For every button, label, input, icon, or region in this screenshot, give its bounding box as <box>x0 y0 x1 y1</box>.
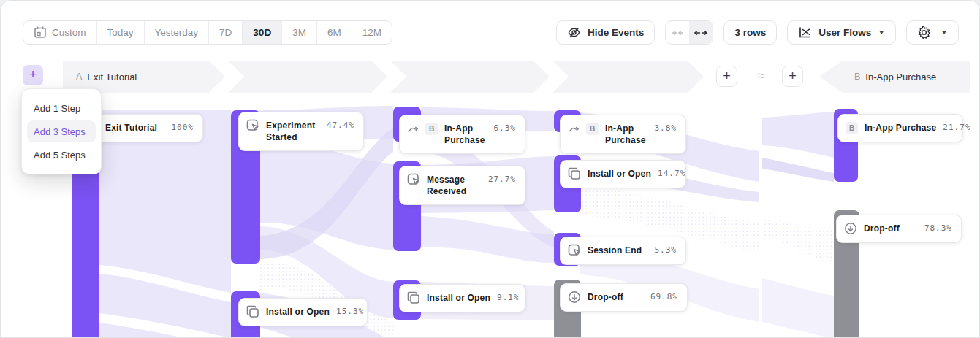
date-range-yesterday[interactable]: Yesterday <box>145 21 210 44</box>
metric-b-badge: B <box>425 123 438 135</box>
metric-b-badge: B <box>846 122 858 134</box>
node-percentage: 5.3% <box>655 245 677 255</box>
add-step-end-button[interactable]: + <box>716 66 737 87</box>
cursor-click-icon <box>568 244 581 257</box>
collapse-arrows-icon <box>671 28 684 37</box>
step-title: Exit Tutorial <box>87 72 137 82</box>
metric-b-badge: B <box>586 123 599 135</box>
gear-icon <box>917 26 931 39</box>
node-label: Experiment Started <box>266 120 320 143</box>
node-percentage: 14.7% <box>658 168 685 178</box>
node-card-install-or-open[interactable]: Install or Open 15.3% <box>238 298 368 326</box>
node-label: In-App Purchase <box>865 122 936 134</box>
node-percentage: 78.3% <box>924 223 952 233</box>
add-step-target-button[interactable]: + <box>782 66 803 87</box>
node-label: In-App Purchase <box>444 123 487 146</box>
node-card-message-received[interactable]: Message Received 27.7% <box>399 166 525 205</box>
drop-off-arrow-icon <box>568 291 581 304</box>
date-range-7d[interactable]: 7D <box>209 21 243 44</box>
expand-arrows-icon <box>694 28 707 37</box>
node-card-install-or-open[interactable]: Install or Open 9.1% <box>399 284 525 312</box>
date-range-3m[interactable]: 3M <box>282 21 317 44</box>
collapse-expand-toggle <box>665 20 713 45</box>
hide-events-button[interactable]: Hide Events <box>556 20 655 45</box>
node-percentage: 69.8% <box>650 291 678 301</box>
step-letter: B <box>854 72 860 82</box>
drop-off-arrow-icon <box>844 222 857 235</box>
node-card-session-end[interactable]: Session End 5.3% <box>560 237 686 265</box>
node-label: Message Received <box>427 174 482 197</box>
view-selector-label: User Flows <box>818 27 871 38</box>
node-card-drop-off[interactable]: Drop-off 69.8% <box>560 283 688 312</box>
node-label: Install or Open <box>427 292 490 304</box>
node-label: In-App Purchase <box>605 123 648 146</box>
date-range-30d-active[interactable]: 30D <box>243 21 282 44</box>
toolbar: Custom Today Yesterday 7D 30D 3M 6M 12M … <box>1 1 979 49</box>
node-percentage: 9.1% <box>497 292 520 302</box>
gap-separator: ≈ <box>751 68 771 84</box>
step-header-in-app-purchase[interactable]: B In-App Purchase <box>819 61 970 93</box>
node-label: Install or Open <box>588 168 651 180</box>
step-header-segment-4[interactable] <box>552 61 704 93</box>
node-card-in-app-purchase-target[interactable]: B In-App Purchase 21.7% <box>837 114 963 142</box>
hide-events-label: Hide Events <box>588 27 644 38</box>
eye-off-icon <box>567 26 581 39</box>
menu-item-add-5-steps[interactable]: Add 5 Steps <box>27 144 96 166</box>
chevron-down-icon: ▼ <box>941 29 948 36</box>
add-step-menu: Add 1 Step Add 3 Steps Add 5 Steps <box>21 88 102 174</box>
copy-windows-icon <box>246 305 259 318</box>
date-range-custom[interactable]: Custom <box>23 21 97 44</box>
node-percentage: 21.7% <box>943 122 970 132</box>
step-title: In-App Purchase <box>865 72 936 82</box>
user-flows-panel: Custom Today Yesterday 7D 30D 3M 6M 12M … <box>0 0 980 338</box>
node-label: Session End <box>588 245 648 256</box>
date-range-6m[interactable]: 6M <box>317 21 352 44</box>
node-percentage: 100% <box>172 122 194 132</box>
chevron-down-icon: ▼ <box>878 29 885 36</box>
jump-arrow-icon <box>568 123 580 135</box>
step-letter: A <box>76 72 82 82</box>
jump-arrow-icon <box>407 123 419 135</box>
node-percentage: 47.4% <box>327 120 354 130</box>
calendar-icon <box>34 26 47 39</box>
date-range-picker: Custom Today Yesterday 7D 30D 3M 6M 12M <box>23 20 392 45</box>
rows-count-button[interactable]: 3 rows <box>723 20 777 45</box>
node-label: Install or Open <box>266 306 330 318</box>
node-percentage: 6.3% <box>494 123 517 133</box>
expand-columns-button[interactable] <box>689 21 713 44</box>
view-selector-dropdown[interactable]: User Flows ▼ <box>787 20 896 45</box>
node-label: Drop-off <box>864 223 918 234</box>
date-range-12m[interactable]: 12M <box>352 21 392 44</box>
collapse-columns-button[interactable] <box>666 21 689 44</box>
step-header-segment-2[interactable] <box>228 61 387 93</box>
menu-item-add-3-steps[interactable]: Add 3 Steps <box>27 120 96 142</box>
node-label: Exit Tutorial <box>105 122 165 134</box>
node-card-drop-off[interactable]: Drop-off 78.3% <box>836 215 962 243</box>
rows-count-label: 3 rows <box>734 27 766 38</box>
date-range-label: Custom <box>52 27 86 38</box>
user-flows-chart-icon <box>798 26 812 39</box>
node-percentage: 15.3% <box>336 306 364 316</box>
copy-windows-icon <box>568 167 581 180</box>
node-card-in-app-purchase[interactable]: B In-App Purchase 3.8% <box>560 115 686 154</box>
node-percentage: 3.8% <box>655 123 677 133</box>
node-percentage: 27.7% <box>488 174 516 184</box>
node-label: Drop-off <box>588 291 644 303</box>
date-range-today[interactable]: Today <box>97 21 145 44</box>
cursor-click-icon <box>407 173 420 186</box>
copy-windows-icon <box>407 291 420 304</box>
cursor-click-icon <box>246 119 259 132</box>
step-header-segment-3[interactable] <box>390 61 550 93</box>
node-card-in-app-purchase[interactable]: B In-App Purchase 6.3% <box>399 115 525 154</box>
panel-divider <box>761 59 761 338</box>
node-card-experiment-started[interactable]: Experiment Started 47.4% <box>238 112 364 151</box>
node-card-install-or-open[interactable]: Install or Open 14.7% <box>560 160 686 188</box>
add-step-button-active[interactable]: + <box>23 65 43 85</box>
settings-dropdown[interactable]: ▼ <box>906 20 959 45</box>
menu-item-add-1-step[interactable]: Add 1 Step <box>27 97 96 119</box>
